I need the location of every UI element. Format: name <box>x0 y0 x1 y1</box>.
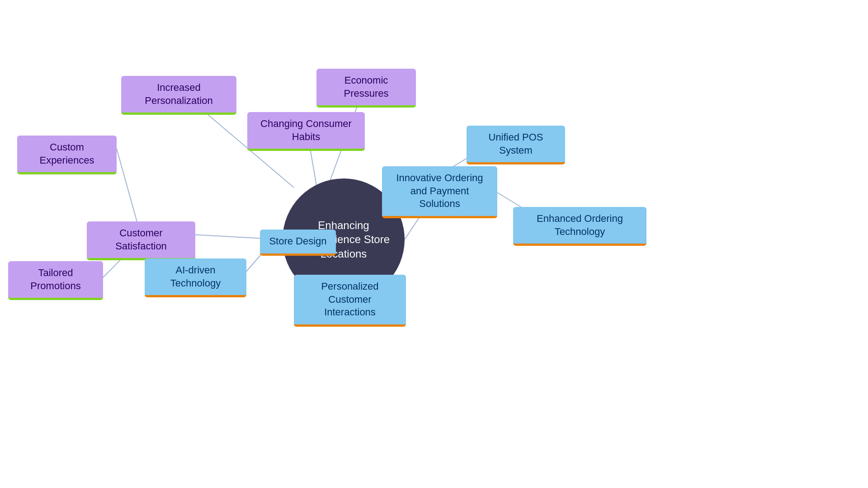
svg-line-7 <box>245 253 262 272</box>
unified-pos-node: Unified POS System <box>467 126 565 164</box>
store-design-node: Store Design <box>260 230 336 256</box>
economic-pressures-node: Economic Pressures <box>316 69 416 108</box>
ai-driven-technology-node: AI-driven Technology <box>145 258 246 297</box>
increased-personalization-node: Increased Personalization <box>121 76 236 115</box>
enhanced-ordering-technology-node: Enhanced Ordering Technology <box>513 207 646 246</box>
customer-satisfaction-node: Customer Satisfaction <box>87 221 195 260</box>
custom-experiences-node: Custom Experiences <box>17 136 117 174</box>
changing-consumer-habits-node: Changing Consumer Habits <box>247 112 365 151</box>
svg-line-4 <box>117 149 139 228</box>
personalized-customer-interactions-node: Personalized Customer Interactions <box>294 275 406 327</box>
innovative-ordering-node: Innovative Ordering and Payment Solution… <box>382 166 497 218</box>
tailored-promotions-node: Tailored Promotions <box>8 261 103 300</box>
